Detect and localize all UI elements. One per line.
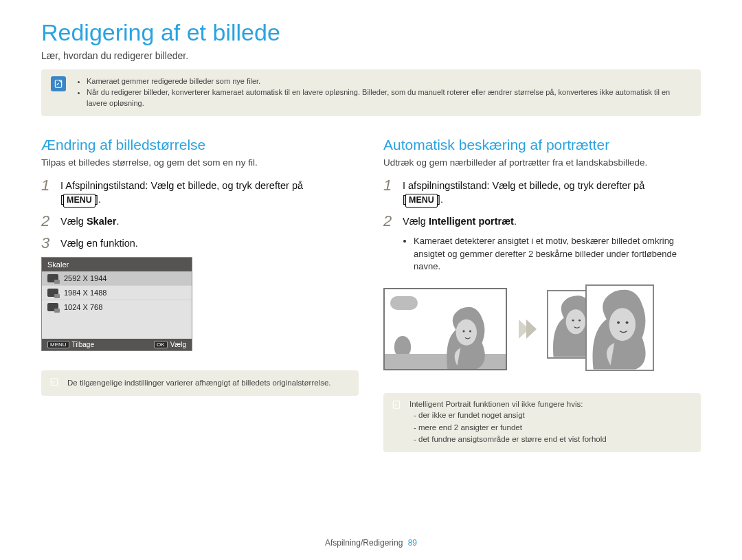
r-step-1-text-end: . [440,194,443,205]
r-step-1-text: I afspilningstilstand: Vælg et billede, … [403,180,644,191]
right-column: Automatisk beskæring af portrætter Udtræ… [383,137,701,452]
info-bullet: Kameraet gemmer redigerede billeder som … [87,76,691,87]
left-sub: Tilpas et billedes størrelse, og gem det… [41,157,359,168]
skaler-row-label: 2592 X 1944 [64,274,106,282]
skaler-head: Skaler [42,258,192,271]
menu-label-left: MENU [63,194,95,208]
r-step-2-text-c: . [514,216,517,227]
svg-point-3 [462,331,464,333]
ok-pill: OK [154,341,168,348]
step-1-body: I Afspilningstilstand: Vælg et billede, … [60,177,303,208]
left-note-box: De tilgængelige indstillinger varierer a… [41,370,359,396]
landscape-image [383,288,507,370]
top-info-box: Kameraet gemmer redigerede billeder som … [41,69,701,116]
info-bullet: Når du redigerer billeder, konverterer k… [87,87,691,109]
step-1-text: I Afspilningstilstand: Vælg et billede, … [60,180,303,191]
page-title: Redigering af et billede [41,19,701,46]
step-num-1: 1 [41,177,54,194]
r-sub-bullet: Kameraet detekterer ansigtet i et motiv,… [414,235,701,274]
left-column: Ændring af billedstørrelse Tilpas et bil… [41,137,359,452]
r-step-2-body: Vælg Intelligent portræt. [403,213,517,228]
step-1-text-end: . [98,194,101,205]
resolution-icon [47,303,58,311]
note-icon [392,400,401,412]
step-2-text-b: Skaler [87,216,117,227]
left-note-text: De tilgængelige indstillinger varierer a… [67,377,331,389]
page-footer: Afspilning/Redigering 89 [0,538,742,548]
cropped-images [547,284,664,374]
skaler-panel: Skaler 2592 X 1944 1984 X 1488 1024 X 76… [41,257,192,351]
r-step-2-text-b: Intelligent portræt [429,216,514,227]
right-note-point: mere end 2 ansigter er fundet [409,422,607,434]
footer-chapter: Afspilning/Redigering [325,538,403,548]
svg-point-11 [617,322,620,324]
svg-point-12 [626,322,629,324]
svg-point-4 [469,331,471,333]
step-2-body: Vælg Skaler. [60,213,119,228]
r-step-num-1: 1 [383,177,396,194]
crop-image-large [585,284,654,371]
step-3-body: Vælg en funktion. [60,235,138,250]
face-icon [437,304,491,369]
step-num-2: 2 [41,213,54,229]
back-label: Tilbage [72,341,94,348]
menu-label-right: MENU [405,194,438,208]
cloud-icon [390,296,418,310]
skaler-row-label: 1984 X 1488 [64,289,106,297]
skaler-option[interactable]: 1024 X 768 [42,300,192,314]
r-step-num-2: 2 [383,213,396,229]
right-note-point: der ikke er fundet noget ansigt [409,410,607,421]
r-step-2-text-a: Vælg [403,216,429,227]
arrow-right-icon [517,315,537,343]
skaler-option[interactable]: 2592 X 1944 [42,271,192,286]
r-step-1-body: I afspilningstilstand: Vælg et billede, … [403,177,644,208]
right-sub: Udtræk og gem nærbilleder af portrætter … [383,157,701,168]
svg-point-8 [578,320,581,322]
svg-point-7 [572,320,574,322]
portrait-diagram [383,284,701,374]
right-note-box: Intelligent Portrait funktionen vil ikke… [383,393,701,452]
ok-label: Vælg [170,341,186,348]
note-icon [49,377,59,389]
svg-point-6 [566,309,586,334]
step-2-text-a: Vælg [60,216,87,227]
right-note-point: det fundne ansigtsområde er større end e… [409,434,607,445]
svg-point-10 [609,309,636,341]
footer-page-number: 89 [408,538,417,548]
svg-point-2 [456,320,477,346]
menu-pill: MENU [47,341,69,348]
skaler-row-label: 1024 X 768 [64,303,102,311]
resolution-icon [47,274,58,282]
page-subtitle: Lær, hvordan du redigerer billeder. [41,50,701,61]
back-button[interactable]: MENU Tilbage [47,341,94,348]
right-note-title: Intelligent Portrait funktionen vil ikke… [409,400,607,408]
note-icon [51,76,66,91]
left-heading: Ændring af billedstørrelse [41,137,359,153]
right-heading: Automatisk beskæring af portrætter [383,137,701,153]
ok-button[interactable]: OK Vælg [154,341,186,348]
skaler-option[interactable]: 1984 X 1488 [42,286,192,300]
resolution-icon [47,289,58,297]
step-2-text-c: . [116,216,119,227]
step-num-3: 3 [41,235,54,251]
